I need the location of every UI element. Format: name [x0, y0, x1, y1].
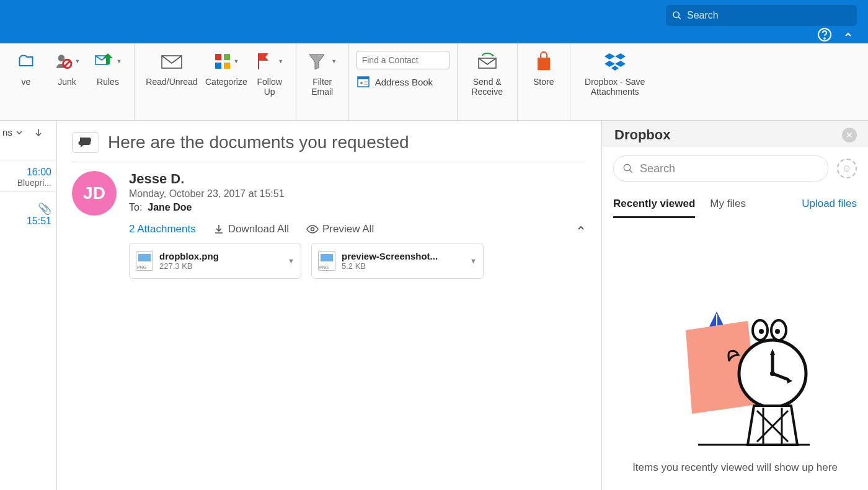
svg-line-6: [64, 61, 69, 66]
sort-down-icon[interactable]: [35, 128, 42, 137]
to-line: To: Jane Doe: [129, 202, 585, 213]
upload-files-link[interactable]: Upload files: [802, 198, 857, 218]
emoji-icon[interactable]: ☺: [837, 159, 857, 178]
paperclip-icon: 📎: [2, 202, 51, 216]
flag-icon: [255, 52, 272, 71]
send-receive-icon: [476, 52, 498, 71]
message-subject: Here are the documents you requested: [108, 133, 409, 152]
attachment-card[interactable]: dropblox.png 227.3 KB ▼: [129, 243, 301, 279]
sender-name: Jesse D.: [129, 171, 585, 187]
address-book-icon: [356, 76, 370, 88]
chevron-down-icon[interactable]: ▼: [75, 58, 81, 64]
svg-rect-11: [215, 63, 221, 69]
junk-icon: [54, 51, 74, 71]
app-titlebar: Search: [0, 0, 868, 43]
svg-point-0: [673, 12, 679, 17]
categorize-button[interactable]: ▼ Categorize: [205, 48, 247, 120]
eye-icon: [306, 225, 319, 234]
dropbox-pane-title: Dropbox: [614, 127, 842, 143]
conversation-icon[interactable]: [72, 132, 99, 153]
list-item[interactable]: 📎 15:51: [0, 191, 56, 230]
follow-up-button[interactable]: ▼ Follow Up: [251, 48, 288, 120]
svg-point-3: [824, 38, 825, 39]
funnel-icon: [308, 52, 326, 71]
svg-rect-9: [215, 54, 221, 60]
svg-point-18: [311, 228, 314, 231]
chevron-down-icon[interactable]: ▼: [278, 58, 283, 64]
download-all-button[interactable]: Download All: [213, 223, 289, 235]
send-receive-button[interactable]: Send & Receive: [465, 48, 510, 120]
file-png-icon: [136, 251, 153, 271]
find-contact-input[interactable]: [356, 51, 450, 69]
dropbox-empty-state: Items you recently viewed will show up h…: [613, 218, 857, 481]
rules-button[interactable]: ▼ Rules: [89, 48, 126, 120]
recipient-name: Jane Doe: [148, 202, 192, 212]
dropbox-save-button[interactable]: Dropbox - Save Attachments: [578, 48, 652, 120]
svg-rect-10: [224, 54, 230, 60]
filter-email-button[interactable]: ▼ Filter Email: [304, 48, 341, 120]
svg-line-20: [630, 170, 632, 173]
svg-point-37: [775, 329, 780, 334]
junk-button[interactable]: ▼ Junk: [48, 48, 86, 120]
search-icon: [672, 11, 682, 20]
sender-avatar: JD: [72, 171, 117, 216]
ribbon-toolbar: ve ▼ Junk ▼ Rules Read/Unread ▼: [0, 43, 868, 121]
chevron-down-icon[interactable]: ▼: [288, 257, 294, 265]
chevron-down-icon[interactable]: ▼: [470, 257, 477, 265]
empty-state-text: Items you recently viewed will show up h…: [632, 460, 838, 475]
svg-point-17: [86, 138, 91, 142]
store-icon: [535, 51, 552, 71]
svg-point-15: [360, 82, 363, 84]
collapse-attachments-icon[interactable]: [577, 223, 585, 235]
tab-my-files[interactable]: My files: [710, 198, 746, 218]
svg-point-36: [759, 329, 764, 334]
file-png-icon: [318, 251, 335, 271]
collapse-ribbon-icon[interactable]: [843, 30, 853, 40]
svg-rect-14: [358, 77, 369, 79]
svg-rect-12: [224, 63, 230, 69]
attachments-count-link[interactable]: 2 Attachments: [129, 223, 196, 235]
folder-move-icon: [17, 53, 35, 70]
envelope-icon: [159, 52, 184, 71]
svg-point-19: [624, 164, 631, 171]
chevron-down-icon: [16, 129, 22, 136]
main-content: ns 16:00 Bluepri... 📎 15:51 Here are the…: [0, 121, 868, 490]
empty-state-illustration: [655, 293, 816, 448]
chevron-down-icon[interactable]: ▼: [331, 58, 337, 64]
global-search-placeholder: Search: [687, 10, 719, 21]
rules-icon: [94, 52, 115, 71]
reading-pane: Here are the documents you requested JD …: [57, 121, 601, 490]
move-button[interactable]: ve: [7, 48, 45, 120]
address-book-label: Address Book: [375, 77, 433, 87]
dropbox-icon: [603, 52, 627, 71]
message-list-sliver: ns 16:00 Bluepri... 📎 15:51: [0, 121, 57, 490]
dropbox-pane: Dropbox ✕ Search ☺ Recently viewed My fi…: [601, 121, 868, 490]
categorize-icon: [213, 52, 232, 71]
read-unread-button[interactable]: Read/Unread: [142, 48, 202, 120]
tab-recently-viewed[interactable]: Recently viewed: [613, 198, 695, 218]
list-item[interactable]: 16:00 Bluepri...: [0, 160, 56, 191]
attachment-card[interactable]: preview-Screenshot... 5.2 KB ▼: [311, 243, 484, 279]
store-button[interactable]: Store: [525, 48, 562, 120]
svg-line-1: [678, 17, 681, 19]
preview-all-button[interactable]: Preview All: [306, 223, 374, 235]
chevron-down-icon[interactable]: ▼: [233, 58, 239, 64]
download-icon: [213, 224, 224, 235]
chevron-down-icon[interactable]: ▼: [117, 58, 122, 64]
folder-dropdown[interactable]: ns: [0, 123, 56, 141]
dropbox-search-input[interactable]: Search: [613, 155, 828, 182]
search-icon: [622, 163, 634, 174]
help-icon[interactable]: [817, 27, 832, 42]
close-icon[interactable]: ✕: [842, 128, 857, 142]
global-search[interactable]: Search: [666, 5, 857, 26]
address-book-button[interactable]: Address Book: [356, 76, 450, 88]
message-date: Monday, October 23, 2017 at 15:51: [129, 188, 585, 199]
